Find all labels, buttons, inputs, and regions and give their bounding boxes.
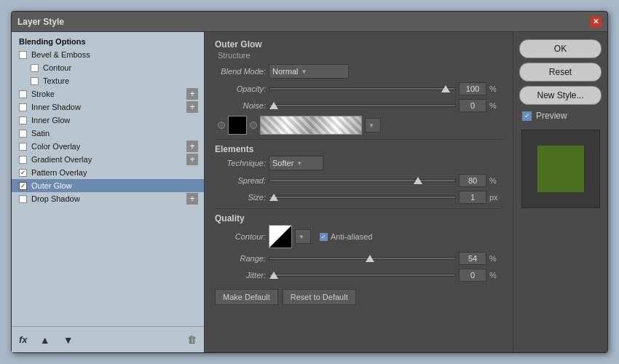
range-unit: % bbox=[489, 254, 502, 263]
noise-track bbox=[269, 104, 456, 107]
close-button[interactable]: ✕ bbox=[590, 16, 602, 28]
divider-1 bbox=[215, 139, 502, 140]
color-overlay-add-btn[interactable]: + bbox=[186, 141, 198, 152]
bevel-emboss-label: Bevel & Emboss bbox=[31, 50, 90, 59]
texture-label: Texture bbox=[43, 76, 69, 85]
contour-checkbox[interactable] bbox=[31, 64, 39, 72]
anti-aliased-label: Anti-aliased bbox=[331, 232, 372, 241]
spread-track bbox=[269, 179, 456, 182]
noise-input[interactable] bbox=[459, 99, 486, 112]
jitter-label: Jitter: bbox=[215, 271, 266, 280]
move-up-button[interactable]: ▲ bbox=[36, 333, 54, 347]
gradient-swatch[interactable] bbox=[260, 116, 362, 135]
sidebar-item-inner-glow[interactable]: Inner Glow bbox=[12, 114, 204, 127]
sidebar-item-bevel-emboss[interactable]: Bevel & Emboss bbox=[12, 48, 204, 61]
inner-shadow-checkbox[interactable] bbox=[19, 103, 27, 111]
layer-style-dialog: Layer Style ✕ Blending Options Bevel & E… bbox=[11, 11, 608, 353]
technique-dropdown[interactable]: Softer ▼ bbox=[269, 156, 323, 170]
noise-row: Noise: % bbox=[215, 99, 502, 112]
pattern-overlay-checkbox[interactable] bbox=[19, 169, 27, 177]
preview-checkbox[interactable] bbox=[522, 111, 532, 121]
contour-dropdown[interactable]: ▼ bbox=[295, 229, 311, 244]
inner-glow-label: Inner Glow bbox=[31, 116, 70, 124]
ok-button[interactable]: OK bbox=[519, 39, 602, 58]
jitter-input[interactable] bbox=[459, 269, 486, 282]
sidebar-item-texture[interactable]: Texture bbox=[12, 74, 204, 87]
size-unit: px bbox=[489, 193, 502, 202]
delete-button[interactable]: 🗑 bbox=[187, 334, 197, 345]
inner-shadow-label: Inner Shadow bbox=[31, 103, 81, 111]
pattern-overlay-label: Pattern Overlay bbox=[31, 168, 87, 177]
opacity-track bbox=[269, 87, 456, 90]
preview-canvas bbox=[521, 130, 600, 208]
range-thumb[interactable] bbox=[366, 255, 374, 262]
sidebar-item-contour[interactable]: Contour bbox=[12, 61, 204, 74]
outer-glow-checkbox[interactable] bbox=[19, 182, 27, 190]
range-input[interactable] bbox=[459, 252, 486, 265]
noise-unit: % bbox=[489, 101, 502, 110]
range-label: Range: bbox=[215, 254, 266, 263]
size-input[interactable] bbox=[459, 191, 486, 204]
opacity-thumb[interactable] bbox=[441, 85, 450, 92]
color-swatch[interactable] bbox=[228, 116, 247, 135]
blending-options-item[interactable]: Blending Options bbox=[12, 35, 204, 48]
contour-row: Contour: ▼ Anti-aliased bbox=[215, 225, 502, 248]
left-panel-footer: fx ▲ ▼ 🗑 bbox=[12, 326, 204, 352]
sidebar-item-gradient-overlay[interactable]: Gradient Overlay + bbox=[12, 153, 204, 166]
sidebar-item-inner-shadow[interactable]: Inner Shadow + bbox=[12, 100, 204, 114]
sidebar-item-pattern-overlay[interactable]: Pattern Overlay bbox=[12, 166, 204, 179]
anti-aliased-row[interactable]: Anti-aliased bbox=[320, 232, 372, 241]
contour-arrow: ▼ bbox=[299, 234, 304, 240]
jitter-slider[interactable] bbox=[269, 270, 456, 280]
bevel-emboss-checkbox[interactable] bbox=[19, 51, 27, 59]
gradient-radio[interactable] bbox=[250, 122, 257, 129]
spread-slider[interactable] bbox=[269, 175, 456, 186]
drop-shadow-add-btn[interactable]: + bbox=[186, 193, 198, 205]
opacity-input[interactable] bbox=[459, 82, 486, 95]
texture-checkbox[interactable] bbox=[31, 77, 39, 85]
anti-aliased-checkbox[interactable] bbox=[320, 233, 328, 241]
spread-label: Spread: bbox=[215, 176, 266, 185]
sidebar-item-satin[interactable]: Satin bbox=[12, 127, 204, 140]
satin-checkbox[interactable] bbox=[19, 130, 27, 138]
action-buttons-row: Make Default Reset to Default bbox=[215, 289, 502, 305]
size-slider[interactable] bbox=[269, 192, 456, 202]
stroke-checkbox[interactable] bbox=[19, 90, 27, 98]
inner-shadow-add-btn[interactable]: + bbox=[186, 101, 198, 113]
gradient-overlay-checkbox[interactable] bbox=[19, 156, 27, 164]
svg-marker-0 bbox=[269, 226, 291, 248]
sidebar-item-color-overlay[interactable]: Color Overlay + bbox=[12, 140, 204, 153]
color-overlay-checkbox[interactable] bbox=[19, 143, 27, 151]
noise-thumb[interactable] bbox=[269, 102, 278, 109]
jitter-thumb[interactable] bbox=[269, 272, 278, 279]
make-default-button[interactable]: Make Default bbox=[215, 289, 278, 305]
drop-shadow-checkbox[interactable] bbox=[19, 195, 27, 203]
opacity-unit: % bbox=[489, 84, 502, 93]
blend-mode-dropdown[interactable]: Normal ▼ bbox=[269, 64, 349, 79]
size-thumb[interactable] bbox=[269, 194, 278, 201]
right-panel: OK Reset New Style... Preview bbox=[513, 32, 607, 352]
title-bar: Layer Style ✕ bbox=[12, 12, 607, 32]
new-style-button[interactable]: New Style... bbox=[519, 86, 602, 105]
gradient-swatch-inner bbox=[261, 116, 361, 134]
range-row: Range: % bbox=[215, 252, 502, 265]
opacity-slider[interactable] bbox=[269, 84, 456, 94]
stroke-add-btn[interactable]: + bbox=[186, 88, 198, 100]
sidebar-item-drop-shadow[interactable]: Drop Shadow + bbox=[12, 192, 204, 205]
sidebar-item-outer-glow[interactable]: Outer Glow bbox=[12, 179, 204, 192]
move-down-button[interactable]: ▼ bbox=[60, 333, 77, 347]
color-radio[interactable] bbox=[218, 122, 225, 129]
spread-thumb[interactable] bbox=[414, 177, 422, 184]
contour-preview[interactable] bbox=[269, 225, 292, 248]
reset-to-default-button[interactable]: Reset to Default bbox=[283, 289, 356, 305]
range-track bbox=[269, 257, 456, 260]
noise-slider[interactable] bbox=[269, 100, 456, 111]
blend-mode-row: Blend Mode: Normal ▼ bbox=[215, 64, 502, 79]
gradient-overlay-add-btn[interactable]: + bbox=[186, 154, 198, 165]
inner-glow-checkbox[interactable] bbox=[19, 116, 27, 124]
sidebar-item-stroke[interactable]: Stroke + bbox=[12, 87, 204, 100]
gradient-dropdown[interactable]: ▼ bbox=[365, 118, 381, 132]
spread-input[interactable] bbox=[459, 174, 486, 187]
reset-button[interactable]: Reset bbox=[519, 63, 602, 82]
range-slider[interactable] bbox=[269, 253, 456, 264]
